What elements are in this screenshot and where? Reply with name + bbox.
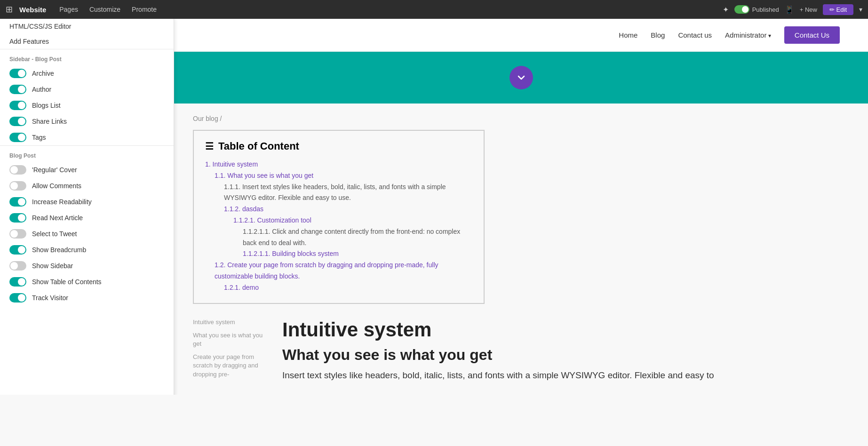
- article-h1: Intuitive system: [282, 318, 849, 342]
- expand-icon[interactable]: ▾: [859, 6, 862, 13]
- toc-link-1-1[interactable]: 1.1. What you see is what you get: [215, 172, 313, 179]
- nav-pages[interactable]: Pages: [56, 4, 82, 15]
- toggle-show-toc: Show Table of Contents: [0, 274, 174, 290]
- toggle-blogs-list: Blogs List: [0, 97, 174, 113]
- toggle-regular-cover-switch[interactable]: [9, 165, 26, 175]
- toggle-share-links-label: Share Links: [32, 118, 67, 125]
- new-button[interactable]: + New: [800, 6, 817, 13]
- toggle-regular-cover-label: 'Regular' Cover: [32, 166, 77, 174]
- toggle-increase-readability: Increase Readability: [0, 194, 174, 210]
- toc-item-1-1-2-1: 1.1.2.1. Customization tool: [233, 215, 472, 226]
- toc-link-1-2[interactable]: 1.2. Create your page from scratch by dr…: [215, 261, 438, 280]
- toggle-show-sidebar-label: Show Sidebar: [32, 262, 73, 270]
- add-features-label: Add Features: [9, 38, 49, 45]
- toggle-allow-comments: Allow Comments: [0, 178, 174, 194]
- toc-item-1-2-1: 1.2.1. demo: [224, 282, 472, 294]
- toggle-read-next-article-switch[interactable]: [9, 213, 26, 223]
- edit-button[interactable]: ✏ Edit: [823, 4, 853, 15]
- nav-blog[interactable]: Blog: [651, 31, 665, 39]
- nav-administrator[interactable]: Administrator: [725, 31, 771, 39]
- toggle-select-to-tweet-switch[interactable]: [9, 229, 26, 239]
- contact-us-button[interactable]: Contact Us: [784, 26, 840, 44]
- nav-promote[interactable]: Promote: [128, 4, 160, 15]
- toggle-tags-label: Tags: [32, 134, 46, 141]
- toc-item-1: 1. Intuitive system: [205, 159, 472, 170]
- toggle-author-switch[interactable]: [9, 85, 26, 94]
- top-bar: ⊞ Website Pages Customize Promote ✦ Publ…: [0, 0, 868, 19]
- published-toggle[interactable]: Published: [734, 5, 779, 14]
- toggle-increase-readability-switch[interactable]: [9, 197, 26, 207]
- toggle-archive-label: Archive: [32, 70, 54, 77]
- toc-item-1-1-2-1-1b: 1.1.2.1.1. Building blocks system: [243, 248, 472, 260]
- toc-link-1[interactable]: 1. Intuitive system: [205, 160, 258, 168]
- article-main: Intuitive system What you see is what yo…: [282, 318, 849, 383]
- toc-box: ☰ Table of Content 1. Intuitive system 1…: [193, 130, 485, 304]
- breadcrumb-separator: /: [220, 115, 222, 122]
- article-h2: What you see is what you get: [282, 346, 849, 364]
- toggle-regular-cover: 'Regular' Cover: [0, 162, 174, 178]
- toggle-show-toc-label: Show Table of Contents: [32, 278, 102, 286]
- toc-link-building-blocks[interactable]: 1.1.2.1.1. Building blocks system: [243, 250, 339, 257]
- toggle-blogs-list-switch[interactable]: [9, 101, 26, 110]
- top-bar-right: ✦ Published 📱 + New ✏ Edit ▾: [723, 4, 862, 15]
- brand-label: Website: [19, 6, 46, 14]
- toggle-allow-comments-switch[interactable]: [9, 181, 26, 191]
- article-toc-item-1: Intuitive system: [193, 318, 268, 327]
- add-features-item[interactable]: Add Features: [0, 34, 174, 49]
- site-navbar: Home Blog Contact us Administrator Conta…: [174, 19, 868, 52]
- phone-icon[interactable]: 📱: [785, 5, 794, 14]
- main-layout: HTML/CSS/JS Editor Add Features Sidebar …: [0, 19, 868, 395]
- toc-item-1-1-1: 1.1.1. Insert text styles like headers, …: [224, 182, 472, 204]
- toc-item-1-1: 1.1. What you see is what you get: [215, 170, 472, 182]
- toc-item-1-1-2: 1.1.2. dasdas: [224, 204, 472, 215]
- html-css-js-editor-item[interactable]: HTML/CSS/JS Editor: [0, 19, 174, 34]
- toggle-blogs-list-label: Blogs List: [32, 102, 61, 109]
- toggle-read-next-article: Read Next Article: [0, 210, 174, 226]
- toggle-select-to-tweet: Select to Tweet: [0, 226, 174, 242]
- toggle-tags-switch[interactable]: [9, 133, 26, 142]
- toggle-show-breadcrumb: Show Breadcrumb: [0, 242, 174, 258]
- toc-title: ☰ Table of Content: [205, 140, 472, 152]
- toggle-archive: Archive: [0, 65, 174, 81]
- html-css-js-editor-label: HTML/CSS/JS Editor: [9, 23, 71, 30]
- toggle-author-label: Author: [32, 86, 51, 93]
- site-nav-links: Home Blog Contact us Administrator Conta…: [193, 26, 840, 44]
- settings-icon[interactable]: ✦: [723, 5, 729, 14]
- published-label: Published: [752, 6, 779, 13]
- toc-item-1-1-2-1-1a: 1.1.2.1.1. Click and change content dire…: [243, 226, 472, 249]
- sidebar-panel: HTML/CSS/JS Editor Add Features Sidebar …: [0, 19, 174, 395]
- article-section: Intuitive system What you see is what yo…: [193, 318, 849, 383]
- toggle-share-links-switch[interactable]: [9, 117, 26, 126]
- toggle-show-toc-switch[interactable]: [9, 277, 26, 287]
- toggle-author: Author: [0, 81, 174, 97]
- nav-customize[interactable]: Customize: [86, 4, 124, 15]
- toc-link-1-1-2[interactable]: 1.1.2. dasdas: [224, 205, 263, 213]
- toc-icon: ☰: [205, 141, 214, 152]
- toc-link-1-1-2-1[interactable]: 1.1.2.1. Customization tool: [233, 216, 311, 224]
- toc-title-text: Table of Content: [218, 140, 299, 152]
- blog-post-section-label: Blog Post: [0, 145, 174, 162]
- hero-chevron-down[interactable]: [510, 66, 533, 89]
- toggle-select-to-tweet-label: Select to Tweet: [32, 230, 77, 238]
- toggle-archive-switch[interactable]: [9, 69, 26, 78]
- hero-area: [174, 52, 868, 104]
- toggle-show-breadcrumb-label: Show Breadcrumb: [32, 246, 86, 254]
- article-body: Insert text styles like headers, bold, i…: [282, 368, 849, 382]
- published-switch[interactable]: [734, 5, 749, 14]
- toc-item-1-2: 1.2. Create your page from scratch by dr…: [215, 260, 472, 282]
- article-toc-item-2: What you see is what you get: [193, 331, 268, 348]
- sidebar-blog-post-section-label: Sidebar - Blog Post: [0, 49, 174, 65]
- article-toc-sidebar: Intuitive system What you see is what yo…: [193, 318, 268, 383]
- toc-list: 1. Intuitive system 1.1. What you see is…: [205, 159, 472, 294]
- nav-home[interactable]: Home: [619, 31, 637, 39]
- toggle-increase-readability-label: Increase Readability: [32, 198, 92, 206]
- toggle-show-breadcrumb-switch[interactable]: [9, 245, 26, 255]
- breadcrumb: Our blog /: [193, 115, 849, 122]
- nav-contact[interactable]: Contact us: [678, 31, 712, 39]
- toggle-tags: Tags: [0, 129, 174, 145]
- toggle-show-sidebar-switch[interactable]: [9, 261, 26, 271]
- toggle-track-visitor-switch[interactable]: [9, 293, 26, 303]
- grid-icon[interactable]: ⊞: [6, 4, 13, 15]
- breadcrumb-blog[interactable]: Our blog: [193, 115, 218, 122]
- toc-link-1-2-1[interactable]: 1.2.1. demo: [224, 284, 259, 291]
